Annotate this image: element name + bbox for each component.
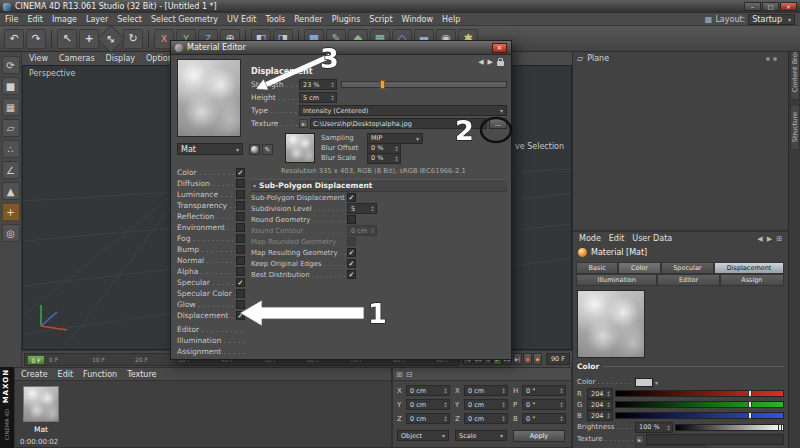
rotation-p-field[interactable]: P0 °↕ [513, 399, 566, 410]
grid-icon[interactable]: ⊞ [396, 370, 403, 379]
channel-row-reflection[interactable]: Reflection [177, 211, 245, 222]
spinner-icon[interactable]: ↕ [559, 415, 564, 422]
spinner-icon[interactable]: ↕ [501, 415, 506, 422]
size-mode-dropdown[interactable]: Scale▾ [455, 430, 507, 441]
position-z-field[interactable]: Z0 cm↕ [397, 413, 450, 424]
position-x-field[interactable]: X0 cm↕ [397, 385, 450, 396]
workplane-icon[interactable]: ▱ [2, 119, 20, 137]
channel-checkbox[interactable] [236, 201, 245, 210]
rotation-b-field[interactable]: B0 °↕ [513, 413, 566, 424]
checkbox[interactable]: ✓ [347, 259, 356, 268]
red-slider[interactable] [615, 390, 784, 397]
size-z-field[interactable]: Z0 cm↕ [455, 413, 508, 424]
channel-checkbox[interactable] [236, 179, 245, 188]
checkbox[interactable] [347, 215, 356, 224]
menu-item[interactable]: User Data [632, 234, 672, 243]
brightness-slider[interactable] [675, 424, 784, 431]
material-name-field[interactable]: Mat▾ [177, 143, 243, 155]
menu-item[interactable]: Select [117, 15, 142, 24]
collapse-icon[interactable]: ▾ [253, 182, 256, 189]
spinner-icon[interactable]: ↕ [606, 390, 611, 397]
menu-item[interactable]: Edit [58, 370, 74, 379]
channel-checkbox[interactable] [236, 234, 245, 243]
checkbox[interactable]: ✓ [347, 270, 356, 279]
axis-mode-icon[interactable]: + [2, 203, 20, 221]
channel-checkbox[interactable] [236, 212, 245, 221]
texture-path-field[interactable]: C:\Users\hp\Desktop\alpha.jpg [310, 118, 487, 129]
channel-checkbox[interactable] [236, 190, 245, 199]
channel-checkbox[interactable]: ✓ [236, 311, 245, 320]
apply-button[interactable]: Apply [513, 430, 565, 442]
tab-editor[interactable]: Editor [657, 274, 719, 286]
model-mode-icon[interactable]: ■ [2, 77, 20, 95]
edges-mode-icon[interactable]: ∠ [2, 161, 20, 179]
menu-item[interactable]: UV Edit [227, 15, 256, 24]
type-dropdown[interactable]: Intensity (Centered)▾ [299, 105, 507, 116]
menu-item[interactable]: Select Geometry [151, 15, 218, 24]
material-preview[interactable] [577, 290, 645, 358]
menu-item[interactable]: Plugins [332, 15, 361, 24]
strength-input[interactable]: 23 %↕ [299, 79, 337, 90]
tab-specular[interactable]: Specular [661, 262, 715, 274]
spinner-icon[interactable]: ↕ [330, 81, 335, 88]
autokey-icon[interactable]: ◆ [533, 353, 542, 365]
height-input[interactable]: 5 cm↕ [299, 92, 337, 103]
menu-item[interactable]: Function [83, 370, 117, 379]
scale-icon[interactable]: ↔ [97, 24, 125, 52]
channel-row-displacement[interactable]: Displacement✓ [177, 310, 245, 321]
channel-row-assignment[interactable]: Assignment [177, 346, 245, 357]
tab-color[interactable]: Color [618, 262, 660, 274]
texture-thumbnail[interactable] [285, 133, 315, 163]
color-swatch[interactable] [635, 378, 653, 387]
channel-checkbox[interactable] [236, 223, 245, 232]
snap-icon[interactable]: ◎ [2, 224, 20, 242]
menu-item[interactable]: Create [21, 370, 48, 379]
checkbox[interactable]: ✓ [347, 248, 356, 257]
menu-item[interactable]: Layer [86, 15, 108, 24]
material-editor-preview[interactable] [177, 59, 241, 137]
channel-checkbox[interactable] [236, 289, 245, 298]
subdivision-level-input[interactable]: 5↕ [347, 203, 377, 214]
object-name[interactable]: Plane [587, 54, 609, 63]
undo-icon[interactable]: ↶ [4, 29, 24, 49]
menu-item[interactable]: Texture [127, 370, 156, 379]
tab-basic[interactable]: Basic [576, 262, 618, 274]
tab-assign[interactable]: Assign [720, 274, 784, 286]
spd-section-header[interactable]: ▾ Sub-Polygon Displacement [251, 179, 507, 192]
coordinate-mode-dropdown[interactable]: Object▾ [397, 430, 449, 441]
menu-item[interactable]: Script [369, 15, 392, 24]
playhead[interactable]: 0 F [27, 355, 45, 365]
live-selection-icon[interactable]: ↖ [57, 29, 77, 49]
browse-button[interactable]: ... [489, 118, 507, 129]
dialog-close-button[interactable]: × [492, 43, 507, 53]
dialog-title-bar[interactable]: Material Editor × [171, 41, 511, 55]
viewport-label[interactable]: Perspective [29, 69, 75, 78]
tab-displacement[interactable]: Displacement [714, 262, 784, 274]
blur-scale-input[interactable]: 0 %↕ [367, 153, 401, 164]
texture-expand-icon[interactable]: ▸ [299, 119, 308, 128]
channel-row-specular[interactable]: Specular✓ [177, 277, 245, 288]
tab-illumination[interactable]: Illumination [576, 274, 657, 286]
spinner-icon[interactable]: ↕ [443, 387, 448, 394]
spinner-icon[interactable]: ↕ [501, 387, 506, 394]
layout-dropdown[interactable]: Startup▾ [748, 14, 795, 25]
expand-icon[interactable]: ▾ [655, 379, 658, 386]
spinner-icon[interactable]: ↕ [443, 415, 448, 422]
texture-expand-icon[interactable]: ▸ [635, 435, 644, 444]
channel-checkbox[interactable]: ✓ [236, 278, 245, 287]
channel-checkbox[interactable] [236, 256, 245, 265]
viewport-menu-item[interactable]: View [29, 54, 48, 63]
viewport-menu-item[interactable]: Display [106, 54, 136, 63]
lock-panel-icon[interactable]: ⊞ [776, 235, 782, 243]
texture-path-field[interactable] [646, 434, 784, 445]
menu-item[interactable]: Render [294, 15, 322, 24]
rotate-icon[interactable]: ↻ [123, 29, 143, 49]
channel-row-editor[interactable]: Editor [177, 324, 245, 335]
end-frame-field[interactable]: 90 F [546, 353, 570, 365]
spinner-icon[interactable]: ↕ [606, 412, 611, 419]
channel-checkbox[interactable] [236, 267, 245, 276]
spinner-icon[interactable]: ↕ [330, 94, 335, 101]
green-slider[interactable] [615, 401, 784, 408]
spinner-icon[interactable]: ↕ [666, 424, 671, 431]
channel-row-color[interactable]: Color✓ [177, 167, 245, 178]
